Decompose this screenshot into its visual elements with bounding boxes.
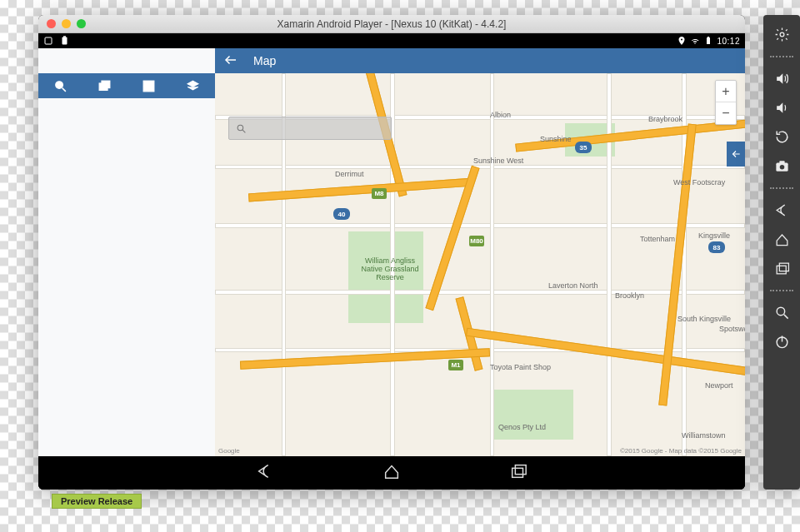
android-back-button[interactable]	[256, 462, 274, 484]
map-label: Newport	[705, 381, 733, 390]
svg-rect-4	[708, 37, 709, 37]
map-search-input[interactable]	[252, 122, 384, 134]
emulator-rotate-button[interactable]	[763, 129, 800, 145]
android-back-icon	[774, 202, 790, 218]
close-window-button[interactable]	[47, 19, 56, 28]
svg-rect-0	[45, 37, 52, 44]
zoom-in-button[interactable]: +	[716, 81, 736, 102]
zoom-window-button[interactable]	[77, 19, 86, 28]
left-tab-grid[interactable]	[127, 73, 171, 98]
route-badge: M80	[469, 236, 484, 246]
route-badge: 40	[333, 208, 350, 220]
left-tab-windows[interactable]	[82, 73, 127, 98]
left-tab-search[interactable]	[38, 73, 82, 98]
left-pane	[38, 48, 215, 456]
separator	[770, 187, 793, 189]
emulator-window: Xamarin Android Player - [Nexus 10 (KitK…	[38, 15, 745, 490]
search-icon	[774, 305, 790, 321]
android-home-icon	[774, 231, 790, 247]
map-label: Sunshine West	[473, 157, 523, 165]
statusbar-storage-icon	[60, 36, 70, 46]
svg-line-26	[783, 315, 788, 319]
map-label: Albion	[490, 111, 511, 119]
svg-rect-3	[707, 37, 710, 44]
rotate-ccw-icon	[774, 129, 790, 145]
svg-rect-8	[102, 81, 110, 88]
android-home-button[interactable]	[382, 462, 401, 484]
location-icon	[677, 36, 687, 46]
map-label: Brooklyn	[615, 291, 644, 300]
svg-rect-22	[779, 161, 784, 163]
emulator-settings-button[interactable]	[763, 27, 800, 42]
emulator-home-button[interactable]	[763, 231, 800, 247]
battery-icon	[703, 36, 713, 46]
map-attribution-right: ©2015 Google - Map data ©2015 Google	[620, 447, 742, 455]
volume-up-icon	[774, 71, 790, 87]
svg-point-19	[780, 32, 784, 37]
svg-point-14	[238, 125, 243, 131]
map-label: Derrimut	[335, 170, 364, 178]
gear-icon	[774, 27, 790, 42]
emulator-recents-button[interactable]	[763, 261, 800, 276]
layers-icon	[186, 79, 200, 93]
svg-rect-2	[63, 36, 66, 37]
emulator-volume-up-button[interactable]	[763, 71, 800, 87]
map-label: West Footscray	[673, 178, 725, 186]
zoom-out-button[interactable]: −	[716, 102, 736, 124]
left-tab-layers[interactable]	[171, 73, 215, 98]
toolbar-title: Map	[253, 54, 276, 67]
svg-rect-24	[779, 263, 788, 271]
android-statusbar: 10:12	[38, 33, 745, 48]
minimize-window-button[interactable]	[62, 19, 71, 28]
map-label: Spotswood	[719, 325, 745, 333]
svg-marker-12	[188, 81, 198, 87]
android-device-screen: 10:12	[38, 33, 745, 490]
emulator-back-button[interactable]	[763, 202, 800, 218]
arrow-left-icon	[223, 52, 238, 67]
android-recents-icon	[774, 261, 790, 276]
map-label: Williamstown	[682, 431, 726, 440]
map-label: Tottenham	[640, 235, 675, 243]
window-title: Xamarin Android Player - [Nexus 10 (KitK…	[278, 18, 507, 30]
map-label: South Kingsville	[678, 315, 731, 323]
emulator-search-button[interactable]	[763, 305, 800, 321]
svg-point-5	[56, 81, 63, 88]
svg-point-21	[779, 165, 784, 170]
grid-icon	[142, 79, 156, 93]
android-recents-button[interactable]	[509, 462, 528, 484]
route-badge: 35	[575, 142, 592, 153]
map-canvas[interactable]: Albion Sunshine Sunshine West Braybrook …	[215, 73, 745, 456]
map-poi: Toyota Paint Shop	[490, 363, 551, 371]
app-toolbar: Map	[215, 48, 745, 73]
route-badge: 83	[708, 241, 725, 253]
traffic-lights	[38, 19, 86, 28]
svg-rect-17	[512, 468, 523, 477]
map-zoom-controls: + −	[715, 80, 737, 125]
side-drawer-handle[interactable]	[727, 142, 745, 167]
left-tab-bar	[38, 73, 215, 98]
emulator-controls-sidebar	[763, 15, 800, 490]
search-icon	[236, 123, 247, 134]
emulator-camera-button[interactable]	[763, 158, 800, 174]
right-pane: Map	[215, 48, 745, 456]
map-search-field[interactable]	[228, 117, 392, 140]
wifi-icon	[690, 36, 700, 46]
android-recents-icon	[509, 462, 528, 480]
toolbar-back-button[interactable]	[223, 52, 238, 70]
emulator-power-button[interactable]	[763, 334, 800, 350]
separator	[770, 290, 793, 291]
windows-icon	[98, 79, 112, 93]
svg-point-25	[777, 307, 785, 316]
statusbar-time: 10:12	[717, 37, 740, 46]
mac-titlebar: Xamarin Android Player - [Nexus 10 (KitK…	[38, 15, 745, 33]
emulator-volume-down-button[interactable]	[763, 100, 800, 116]
route-badge: M1	[448, 360, 463, 370]
svg-rect-18	[515, 465, 526, 475]
left-pane-header	[38, 48, 215, 73]
android-home-icon	[382, 462, 401, 480]
map-label: Laverton North	[548, 281, 598, 290]
android-navbar	[38, 456, 745, 490]
map-label: Sunshine	[540, 135, 572, 143]
map-label: Kingsville	[698, 231, 730, 240]
separator	[770, 56, 793, 57]
